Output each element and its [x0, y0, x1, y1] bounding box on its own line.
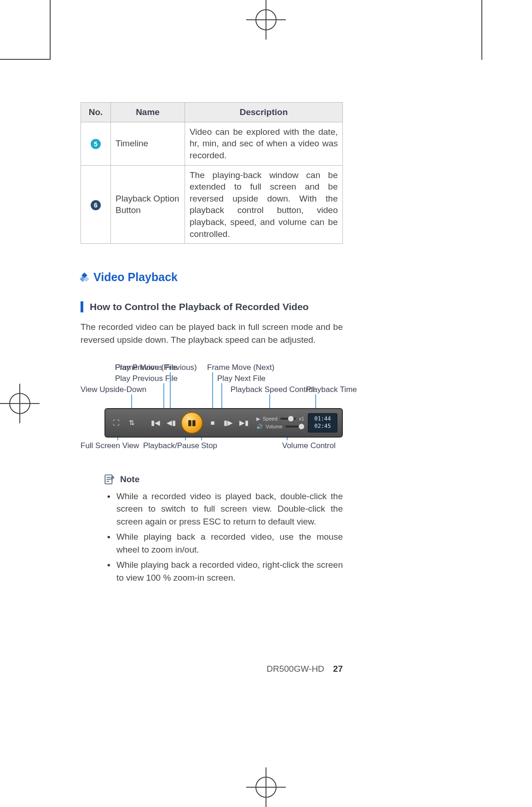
row-name: Timeline — [111, 122, 185, 165]
speed-value: x1 — [299, 416, 304, 421]
label-play-prev: Play Previous File — [115, 363, 178, 372]
playback-sliders: ▶ Speed x1 🔊 Volume — [254, 416, 304, 430]
section-title: Video Playback — [93, 271, 178, 284]
playback-time-display: 01:44 02:45 — [308, 413, 337, 432]
label-time: Playback Time — [306, 385, 357, 394]
table-row: 6 Playback Option Button The playing-bac… — [81, 165, 343, 244]
page-content: No. Name Description 5 Timeline Video ca… — [81, 102, 343, 587]
playback-control-bar: ⛶ ⇅ ▮◀ ◀▮ ▮▮ ■ ▮▶ ▶▮ ▶ Speed x1 — [104, 408, 343, 438]
row-number-badge: 5 — [91, 139, 101, 149]
page-footer: DR500GW-HD 27 — [266, 664, 343, 674]
heading-bar-icon — [81, 301, 83, 312]
diamond-bullet-icon — [81, 273, 89, 282]
note-item: While a recorded video is played back, d… — [116, 490, 343, 528]
time-elapsed: 01:44 — [314, 415, 331, 423]
crop-mark — [0, 59, 51, 60]
label-play-next: Play Next File — [217, 374, 266, 383]
volume-slider[interactable] — [285, 426, 304, 427]
step-fwd-icon[interactable]: ▮▶ — [222, 417, 234, 429]
speed-label: Speed — [263, 416, 278, 421]
spec-table: No. Name Description 5 Timeline Video ca… — [81, 102, 343, 244]
label-playpause: Playback/Pause — [143, 441, 199, 450]
footer-model: DR500GW-HD — [266, 664, 324, 674]
crop-mark — [50, 0, 51, 60]
volume-label: Volume — [266, 424, 283, 429]
label-upside-down: View Upside-Down — [81, 385, 146, 394]
table-header-row: No. Name Description — [81, 103, 343, 122]
playback-figure: Frame Move (Previous) Play Previous File… — [81, 363, 343, 450]
label-frame-next: Frame Move (Next) — [207, 363, 274, 372]
prev-file-icon[interactable]: ▮◀ — [150, 417, 162, 429]
row-desc: The playing-back window can be extended … — [185, 165, 343, 244]
speed-caption: ▶ — [256, 416, 260, 422]
note-title: Note — [120, 474, 139, 484]
fullscreen-icon[interactable]: ⛶ — [110, 417, 122, 429]
volume-icon: 🔊 — [256, 424, 263, 430]
row-name: Playback Option Button — [111, 165, 185, 244]
label-play-prev: Play Previous File — [115, 374, 178, 383]
note-list: While a recorded video is played back, d… — [104, 490, 343, 584]
sub-title: How to Control the Playback of Recorded … — [90, 301, 309, 312]
flip-icon[interactable]: ⇅ — [126, 417, 138, 429]
label-speed: Playback Speed Control — [231, 385, 314, 394]
registration-mark-bottom — [255, 777, 277, 798]
time-total: 02:45 — [314, 423, 331, 430]
section: Video Playback How to Control the Playba… — [81, 271, 343, 584]
section-heading: Video Playback — [81, 271, 343, 284]
crop-mark — [481, 0, 482, 60]
row-desc: Video can be explored with the date, hr,… — [185, 122, 343, 165]
next-file-icon[interactable]: ▶▮ — [238, 417, 250, 429]
play-pause-button[interactable]: ▮▮ — [181, 412, 203, 434]
step-back-icon[interactable]: ◀▮ — [165, 417, 177, 429]
col-desc: Description — [185, 103, 343, 122]
speed-slider[interactable] — [280, 418, 296, 420]
registration-mark-top — [255, 9, 277, 30]
table-row: 5 Timeline Video can be explored with th… — [81, 122, 343, 165]
label-stop: Stop — [201, 441, 217, 450]
note-icon — [104, 473, 116, 485]
note-heading: Note — [104, 473, 343, 485]
registration-mark-left — [9, 393, 30, 414]
note-item: While playing back a recorded video, rig… — [116, 559, 343, 584]
note-item: While playing back a recorded video, use… — [116, 530, 343, 556]
label-fullscreen: Full Screen View — [81, 441, 139, 450]
footer-page-number: 27 — [333, 664, 343, 674]
row-number-badge: 6 — [91, 200, 101, 210]
col-name: Name — [111, 103, 185, 122]
sub-heading: How to Control the Playback of Recorded … — [81, 301, 343, 312]
label-volume: Volume Control — [282, 441, 335, 450]
intro-paragraph: The recorded video can be played back in… — [81, 321, 343, 346]
stop-icon[interactable]: ■ — [207, 417, 219, 429]
manual-page: No. Name Description 5 Timeline Video ca… — [0, 0, 532, 807]
note-block: Note While a recorded video is played ba… — [81, 473, 343, 584]
col-no: No. — [81, 103, 111, 122]
